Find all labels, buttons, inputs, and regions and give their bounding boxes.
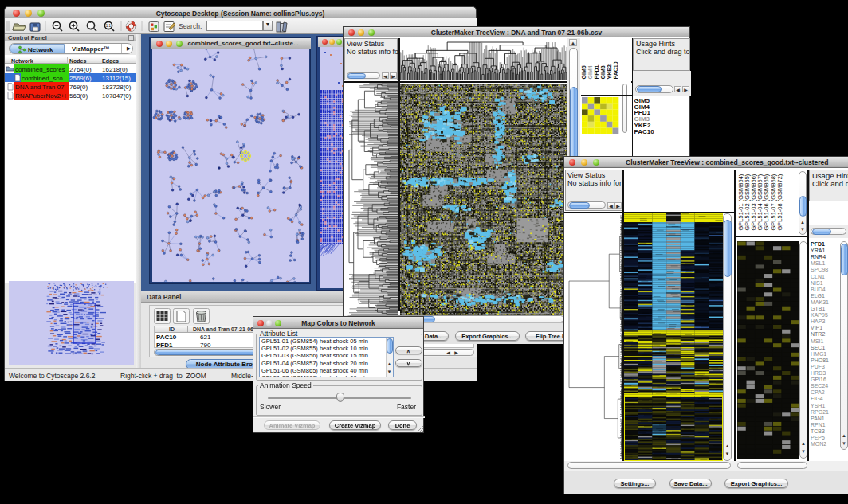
svg-text:1:1: 1:1 [106, 24, 112, 28]
